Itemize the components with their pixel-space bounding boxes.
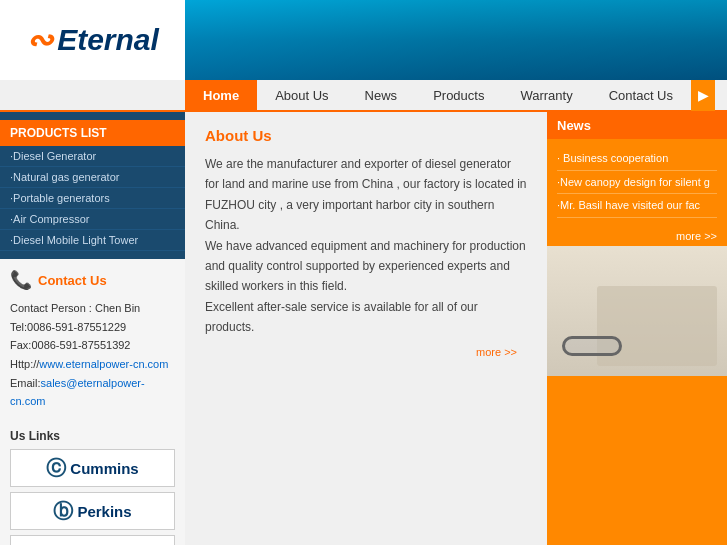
banner-image <box>185 0 727 80</box>
nav-items: Home About Us News Products Warranty Con… <box>185 79 727 111</box>
news-item-3[interactable]: ·Mr. Basil have visited our fac <box>557 194 717 218</box>
right-sidebar: News · Business cooperation ·New canopy … <box>547 112 727 545</box>
contact-tel: Tel:0086-591-87551229 <box>10 318 175 337</box>
nav-warranty[interactable]: Warranty <box>502 79 590 111</box>
cummins-icon: ⓒ <box>46 455 66 482</box>
perkins-label: Perkins <box>77 503 131 520</box>
news-items: · Business cooperation ·New canopy desig… <box>547 139 727 226</box>
nav-products[interactable]: Products <box>415 79 502 111</box>
products-list-header: PRODUCTS LIST <box>0 120 185 146</box>
nav-about[interactable]: About Us <box>257 79 346 111</box>
contact-title-text: Contact Us <box>38 273 107 288</box>
nav-home[interactable]: Home <box>185 79 257 111</box>
contact-title: 📞 Contact Us <box>10 269 175 291</box>
contact-info: Contact Person : Chen Bin Tel:0086-591-8… <box>10 299 175 411</box>
email-prefix: Email: <box>10 377 41 389</box>
us-links-section: Us Links ⓒ Cummins ⓑ Perkins DEUTZ <box>0 421 185 545</box>
about-us-text: We are the manufacturer and exporter of … <box>205 154 527 338</box>
http-prefix: Http:// <box>10 358 39 370</box>
contact-fax: Fax:0086-591-87551392 <box>10 336 175 355</box>
sidebar: PRODUCTS LIST ·Diesel Generator ·Natural… <box>0 112 185 545</box>
about-us-title: About Us <box>205 127 527 144</box>
center-content: About Us We are the manufacturer and exp… <box>185 112 547 545</box>
logo-area: ∾ Eternal <box>0 0 185 80</box>
phone-icon: 📞 <box>10 269 32 291</box>
nav-contact[interactable]: Contact Us <box>591 79 691 111</box>
product-portable[interactable]: ·Portable generators <box>0 188 185 209</box>
news-item-1[interactable]: · Business cooperation <box>557 147 717 171</box>
brand-deutz[interactable]: DEUTZ <box>10 535 175 545</box>
product-air-compressor[interactable]: ·Air Compressor <box>0 209 185 230</box>
navbar: Home About Us News Products Warranty Con… <box>0 80 727 112</box>
header-banner <box>185 0 727 80</box>
logo-text: Eternal <box>57 23 159 57</box>
website-link[interactable]: www.eternalpower-cn.com <box>39 358 168 370</box>
news-more-link[interactable]: more >> <box>547 226 727 246</box>
us-links-title: Us Links <box>10 429 175 443</box>
product-diesel-gen[interactable]: ·Diesel Generator <box>0 146 185 167</box>
contact-http: Http://www.eternalpower-cn.com <box>10 355 175 374</box>
nav-news[interactable]: News <box>347 79 416 111</box>
main-content: PRODUCTS LIST ·Diesel Generator ·Natural… <box>0 112 727 545</box>
news-item-2[interactable]: ·New canopy design for silent g <box>557 171 717 195</box>
logo-icon: ∾ <box>26 21 53 59</box>
nav-arrow[interactable]: ▶ <box>691 79 715 111</box>
header: ∾ Eternal <box>0 0 727 80</box>
news-header: News <box>547 112 727 139</box>
glasses-image <box>562 336 622 356</box>
contact-email: Email:sales@eternalpower-cn.com <box>10 374 175 411</box>
products-list: PRODUCTS LIST ·Diesel Generator ·Natural… <box>0 112 185 259</box>
brand-perkins[interactable]: ⓑ Perkins <box>10 492 175 530</box>
about-us-more-link[interactable]: more >> <box>205 346 517 358</box>
right-decorative-image <box>547 246 727 376</box>
about-us-section: About Us We are the manufacturer and exp… <box>185 112 547 368</box>
contact-person: Contact Person : Chen Bin <box>10 299 175 318</box>
brand-cummins[interactable]: ⓒ Cummins <box>10 449 175 487</box>
contact-section: 📞 Contact Us Contact Person : Chen Bin T… <box>0 259 185 421</box>
cummins-label: Cummins <box>70 460 138 477</box>
perkins-icon: ⓑ <box>53 498 73 525</box>
product-natural-gas[interactable]: ·Natural gas generator <box>0 167 185 188</box>
product-light-tower[interactable]: ·Diesel Mobile Light Tower <box>0 230 185 251</box>
